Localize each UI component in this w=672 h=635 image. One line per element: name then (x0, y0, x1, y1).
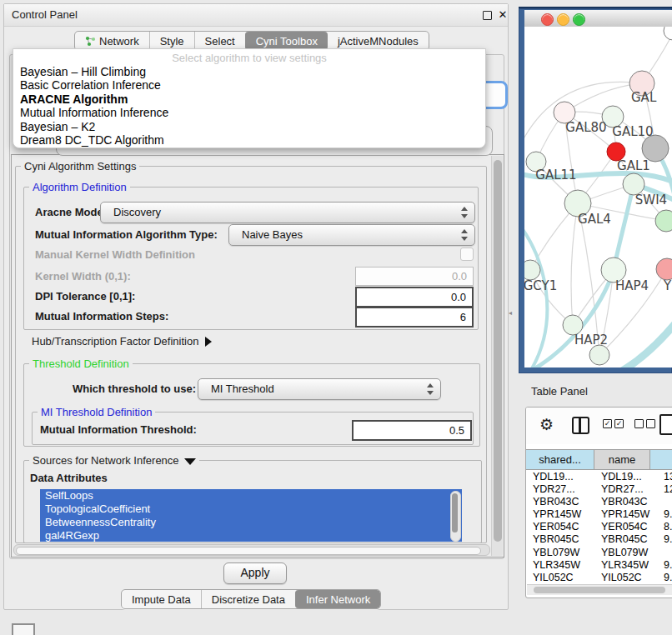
table-cell[interactable]: YDR27... (594, 483, 650, 496)
export-table-icon[interactable] (659, 414, 672, 435)
minimize-traffic-light[interactable] (557, 13, 569, 26)
node-bottom[interactable] (589, 345, 609, 365)
hub-definition-toggle[interactable]: Hub/Transcription Factor Definition (32, 335, 212, 348)
mi-type-combo[interactable]: Naive Bayes (228, 224, 475, 246)
mi-threshold-field[interactable]: 0.5 (352, 420, 472, 441)
table-cell[interactable]: YIL052C (526, 572, 594, 584)
deselect-all-icon[interactable] (634, 419, 655, 428)
which-threshold-combo[interactable]: MI Threshold (198, 378, 441, 400)
table-cell[interactable]: YBR043C (594, 496, 650, 508)
tab-label: Discretize Data (212, 593, 285, 606)
stepper-icon (461, 229, 469, 241)
float-panel-icon[interactable] (483, 11, 492, 20)
data-attributes-label: Data Attributes (30, 472, 108, 484)
tab-select[interactable]: Select (194, 32, 245, 50)
table-cell[interactable] (650, 496, 672, 508)
close-panel-icon[interactable]: ✕ (496, 8, 509, 22)
minimized-panel-icon[interactable] (12, 623, 35, 635)
dropdown-item-dream8-dc-tdc-algorithm[interactable]: Dream8 DC_TDC Algorithm (13, 133, 485, 147)
node-green-right[interactable] (655, 210, 672, 232)
close-traffic-light[interactable] (541, 13, 554, 26)
sources-group-title[interactable]: Sources for Network Inference (29, 454, 199, 467)
attribute-item-topologicalcoefficient[interactable]: TopologicalCoefficient (40, 502, 462, 516)
select-all-icon[interactable]: ✓✓ (603, 419, 624, 428)
tab-discretize-data[interactable]: Discretize Data (201, 590, 295, 608)
kernel-width-field[interactable]: 0.0 (355, 267, 474, 286)
network-canvas[interactable]: GALGAL80GAL10GAL1GAL11SWI4GAL4GCY1HAP4YH… (524, 27, 672, 368)
manual-kernel-label: Manual Kernel Width Definition (35, 248, 195, 261)
dropdown-item-bayesian-hill-climbing[interactable]: Bayesian – Hill Climbing (13, 65, 485, 78)
dropdown-placeholder: Select algorithm to view settings (13, 51, 485, 65)
node-top-partial[interactable] (664, 27, 672, 40)
stepper-icon (427, 383, 434, 395)
kernel-width-label: Kernel Width (0,1): (35, 270, 131, 282)
table-cell[interactable]: YPR145W (526, 508, 594, 521)
dpi-tolerance-label: DPI Tolerance [0,1]: (35, 290, 135, 302)
columns-icon[interactable] (572, 417, 589, 434)
table-cell[interactable]: YDL19... (526, 471, 594, 483)
data-attributes-list[interactable]: SelfLoopsTopologicalCoefficientBetweenne… (40, 489, 462, 542)
zoom-traffic-light[interactable] (573, 13, 585, 26)
network-edge-thick[interactable] (614, 184, 634, 270)
table-cell[interactable] (650, 547, 672, 559)
dropdown-item-mutual-information-inference[interactable]: Mutual Information Inference (13, 106, 485, 119)
settings-vscrollbar[interactable] (491, 156, 503, 556)
table-cell[interactable]: YBR043C (526, 496, 594, 508)
table-panel: ⚙ ✓✓ shared...name YDL19...YDL19...13YDR… (525, 407, 672, 598)
apply-button[interactable]: Apply (223, 562, 287, 584)
table-cell[interactable]: YDR27... (526, 483, 594, 496)
settings-hscrollbar[interactable] (13, 544, 490, 556)
dropdown-item-basic-correlation-inference[interactable]: Basic Correlation Inference (13, 78, 485, 92)
column-header-extra[interactable] (650, 449, 672, 470)
attribute-item-gal4rgexp[interactable]: gal4RGexp (40, 529, 462, 542)
attribute-item-selfloops[interactable]: SelfLoops (40, 489, 462, 502)
table-hscrollbar[interactable] (527, 584, 672, 595)
table-cell[interactable]: 12 (650, 483, 672, 496)
network-edge[interactable] (571, 203, 578, 325)
tab-jactivemnodules[interactable]: jActiveMNodules (328, 32, 429, 50)
table-cell[interactable]: YIL052C (594, 572, 650, 584)
tab-cyni-toolbox[interactable]: Cyni Toolbox (245, 32, 328, 50)
table-cell[interactable]: YBR045C (594, 533, 650, 546)
table-cell[interactable]: YPR145W (594, 508, 650, 521)
table-cell[interactable]: YBL079W (594, 547, 650, 559)
node-gcy1[interactable] (524, 260, 540, 280)
table-cell[interactable]: 9. (650, 508, 672, 521)
table-cell[interactable]: 9. (650, 559, 672, 572)
table-cell[interactable]: 9. (650, 572, 672, 584)
node-label-swi4: SWI4 (635, 192, 667, 208)
dropdown-item-aracne-algorithm[interactable]: ARACNE Algorithm (13, 92, 485, 106)
table-cell[interactable]: YER054C (594, 521, 650, 533)
table-cell[interactable]: YLR345W (526, 559, 594, 572)
table-panel-title: Table Panel (531, 383, 664, 400)
node-salmon[interactable] (656, 258, 672, 280)
attribute-item-betweennesscentrality[interactable]: BetweennessCentrality (40, 516, 462, 529)
dpi-tolerance-field[interactable]: 0.0 (355, 287, 474, 308)
panel-resize-handle[interactable]: ◂ (509, 309, 513, 317)
table-cell[interactable]: YBR045C (526, 533, 594, 546)
column-header-shared-[interactable]: shared... (526, 449, 594, 470)
table-cell[interactable]: YDL19... (594, 471, 650, 483)
tab-network[interactable]: Network (75, 32, 149, 50)
tab-label: Select (205, 35, 235, 48)
dropdown-item-bayesian-k2[interactable]: Bayesian – K2 (13, 120, 485, 133)
gear-icon[interactable]: ⚙ (539, 415, 554, 434)
mi-steps-field[interactable]: 6 (355, 307, 474, 328)
table-cell[interactable]: YER054C (526, 521, 594, 533)
manual-kernel-checkbox[interactable] (460, 248, 474, 261)
column-header-name[interactable]: name (594, 449, 650, 470)
tab-impute-data[interactable]: Impute Data (122, 590, 201, 608)
tab-infer-network[interactable]: Infer Network (295, 590, 380, 608)
aracne-mode-combo[interactable]: Discovery (100, 202, 475, 223)
table-cell[interactable]: YBL079W (526, 547, 594, 559)
attr-list-scrollbar[interactable] (450, 491, 461, 542)
tab-label: Impute Data (132, 593, 191, 606)
network-window-titlebar[interactable] (524, 10, 672, 28)
table-cell[interactable]: YLR345W (594, 559, 650, 572)
table-cell[interactable]: 8. (650, 521, 672, 533)
network-edge-thick[interactable] (524, 225, 547, 368)
table-cell[interactable]: 9. (650, 533, 672, 546)
table-cell[interactable]: 13 (650, 471, 672, 483)
tab-label: Style (160, 35, 184, 48)
tab-style[interactable]: Style (149, 32, 194, 50)
